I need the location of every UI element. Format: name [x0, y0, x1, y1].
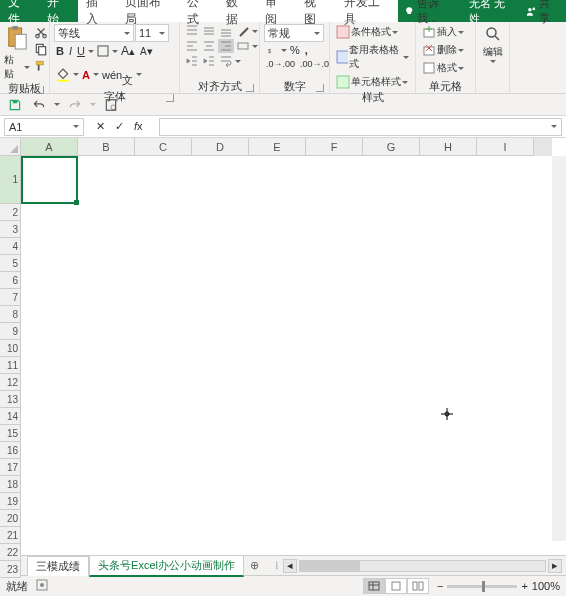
tab-dev[interactable]: 开发工具: [336, 0, 398, 22]
delete-cells-button[interactable]: 删除: [420, 42, 466, 58]
row-header[interactable]: 9: [0, 323, 21, 340]
font-color-button[interactable]: A: [80, 68, 92, 82]
row-header[interactable]: 3: [0, 221, 21, 238]
font-size-select[interactable]: 11: [135, 24, 169, 42]
sheet-tab[interactable]: 头条号Excel办公小动画制作: [89, 555, 244, 577]
row-header[interactable]: 1: [0, 156, 21, 204]
decrease-font-button[interactable]: A▾: [138, 44, 155, 59]
tab-review[interactable]: 审阅: [257, 0, 296, 22]
sheet-tab[interactable]: 三模成绩: [27, 556, 89, 576]
font-dialog-icon[interactable]: [166, 94, 174, 102]
tab-formulas[interactable]: 公式: [179, 0, 218, 22]
tab-view[interactable]: 视图: [296, 0, 335, 22]
row-header[interactable]: 6: [0, 272, 21, 289]
row-header[interactable]: 5: [0, 255, 21, 272]
fill-color-button[interactable]: [54, 67, 72, 83]
column-header[interactable]: H: [420, 138, 477, 156]
align-top-button[interactable]: [184, 24, 200, 38]
align-dialog-icon[interactable]: [246, 84, 254, 92]
decrease-indent-button[interactable]: [184, 54, 200, 68]
copy-button[interactable]: [32, 41, 50, 57]
cell-styles-button[interactable]: 单元格样式: [334, 74, 410, 90]
page-layout-view-button[interactable]: [385, 578, 407, 594]
comma-button[interactable]: ,: [303, 43, 310, 57]
active-cell[interactable]: [21, 156, 78, 204]
row-header[interactable]: 13: [0, 391, 21, 408]
column-header[interactable]: A: [21, 138, 78, 156]
conditional-format-button[interactable]: 条件格式: [334, 24, 400, 40]
row-headers[interactable]: 1234567891011121314151617181920212223: [0, 156, 21, 541]
wrap-text-button[interactable]: [218, 54, 234, 68]
italic-button[interactable]: I: [67, 44, 74, 58]
column-headers[interactable]: ABCDEFGHI: [21, 138, 552, 156]
vertical-scrollbar[interactable]: [552, 156, 566, 541]
cut-button[interactable]: [32, 24, 50, 40]
increase-font-button[interactable]: A▴: [119, 43, 137, 59]
column-header[interactable]: C: [135, 138, 192, 156]
row-header[interactable]: 21: [0, 527, 21, 544]
find-button[interactable]: [482, 24, 504, 44]
font-name-select[interactable]: 等线: [54, 24, 134, 42]
cells-area[interactable]: [21, 156, 552, 541]
save-button[interactable]: [6, 97, 24, 113]
horizontal-scrollbar[interactable]: ◂▸: [283, 559, 562, 573]
increase-decimal-button[interactable]: .0→.00: [264, 58, 297, 70]
align-center-button[interactable]: [201, 39, 217, 53]
align-middle-button[interactable]: [201, 24, 217, 38]
increase-indent-button[interactable]: [201, 54, 217, 68]
row-header[interactable]: 7: [0, 289, 21, 306]
tab-file[interactable]: 文件: [0, 0, 39, 22]
column-header[interactable]: I: [477, 138, 534, 156]
align-right-button[interactable]: [218, 39, 234, 53]
undo-button[interactable]: [30, 97, 48, 113]
tab-home[interactable]: 开始: [39, 0, 78, 22]
underline-button[interactable]: U: [75, 44, 87, 58]
row-header[interactable]: 14: [0, 408, 21, 425]
tab-data[interactable]: 数据: [218, 0, 257, 22]
row-header[interactable]: 17: [0, 459, 21, 476]
row-header[interactable]: 18: [0, 476, 21, 493]
accounting-button[interactable]: $: [264, 43, 280, 57]
formula-input[interactable]: [159, 118, 562, 136]
column-header[interactable]: G: [363, 138, 420, 156]
column-header[interactable]: E: [249, 138, 306, 156]
insert-cells-button[interactable]: 插入: [420, 24, 466, 40]
number-format-select[interactable]: 常规: [264, 24, 324, 42]
zoom-slider[interactable]: [447, 585, 517, 588]
select-all-corner[interactable]: [0, 138, 21, 156]
column-header[interactable]: F: [306, 138, 363, 156]
number-dialog-icon[interactable]: [316, 84, 324, 92]
row-header[interactable]: 10: [0, 340, 21, 357]
row-header[interactable]: 8: [0, 306, 21, 323]
name-box[interactable]: A1: [4, 118, 84, 136]
row-header[interactable]: 20: [0, 510, 21, 527]
row-header[interactable]: 16: [0, 442, 21, 459]
row-header[interactable]: 22: [0, 544, 21, 561]
bold-button[interactable]: B: [54, 44, 66, 58]
macro-record-icon[interactable]: [36, 579, 48, 593]
merge-button[interactable]: [235, 39, 251, 53]
percent-button[interactable]: %: [288, 43, 302, 57]
row-header[interactable]: 11: [0, 357, 21, 374]
paste-button[interactable]: [4, 24, 30, 52]
column-header[interactable]: B: [78, 138, 135, 156]
orientation-button[interactable]: [235, 24, 251, 38]
normal-view-button[interactable]: [363, 578, 385, 594]
row-header[interactable]: 12: [0, 374, 21, 391]
row-header[interactable]: 19: [0, 493, 21, 510]
column-header[interactable]: D: [192, 138, 249, 156]
zoom-in-button[interactable]: +: [521, 580, 527, 592]
fx-icon[interactable]: fx: [134, 120, 143, 133]
row-header[interactable]: 23: [0, 561, 21, 578]
table-format-button[interactable]: 套用表格格式: [334, 42, 411, 72]
phonetic-button[interactable]: wén文: [100, 60, 135, 89]
format-painter-button[interactable]: [32, 58, 50, 74]
zoom-out-button[interactable]: −: [437, 580, 443, 592]
page-break-view-button[interactable]: [407, 578, 429, 594]
add-sheet-button[interactable]: ⊕: [244, 559, 265, 572]
tab-insert[interactable]: 插入: [78, 0, 117, 22]
decrease-decimal-button[interactable]: .00→.0: [298, 58, 331, 70]
align-bottom-button[interactable]: [218, 24, 234, 38]
border-button[interactable]: [95, 44, 111, 58]
share-button[interactable]: 共享: [520, 0, 566, 26]
